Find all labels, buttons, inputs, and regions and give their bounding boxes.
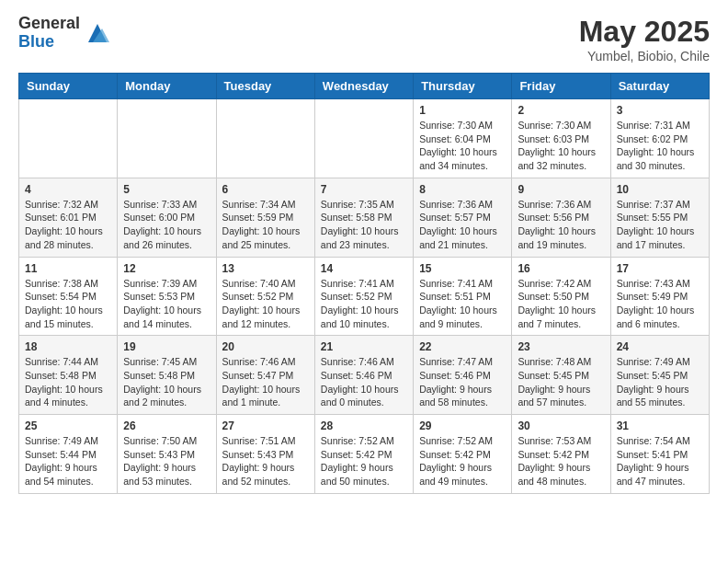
- day-number: 18: [25, 340, 111, 353]
- day-info: Sunrise: 7:54 AM Sunset: 5:41 PM Dayligh…: [617, 434, 703, 488]
- calendar-cell: [314, 99, 413, 178]
- calendar-cell: 20Sunrise: 7:46 AM Sunset: 5:47 PM Dayli…: [216, 336, 314, 415]
- day-number: 6: [222, 183, 309, 196]
- day-info: Sunrise: 7:38 AM Sunset: 5:54 PM Dayligh…: [25, 277, 111, 331]
- calendar-cell: 30Sunrise: 7:53 AM Sunset: 5:42 PM Dayli…: [512, 415, 610, 494]
- day-number: 4: [25, 183, 111, 196]
- day-info: Sunrise: 7:30 AM Sunset: 6:04 PM Dayligh…: [419, 119, 506, 173]
- day-number: 27: [222, 419, 309, 432]
- calendar-cell: 13Sunrise: 7:40 AM Sunset: 5:52 PM Dayli…: [216, 257, 314, 336]
- calendar-cell: 17Sunrise: 7:43 AM Sunset: 5:49 PM Dayli…: [610, 257, 709, 336]
- day-number: 19: [123, 340, 210, 353]
- day-info: Sunrise: 7:30 AM Sunset: 6:03 PM Dayligh…: [518, 119, 604, 173]
- day-info: Sunrise: 7:48 AM Sunset: 5:45 PM Dayligh…: [518, 355, 604, 409]
- title-area: May 2025 Yumbel, Biobio, Chile: [579, 15, 710, 63]
- day-number: 25: [25, 419, 111, 432]
- day-info: Sunrise: 7:40 AM Sunset: 5:52 PM Dayligh…: [222, 277, 309, 331]
- day-number: 7: [321, 183, 407, 196]
- weekday-header: Friday: [512, 74, 610, 99]
- day-number: 20: [222, 340, 309, 353]
- calendar-cell: 3Sunrise: 7:31 AM Sunset: 6:02 PM Daylig…: [610, 99, 709, 178]
- calendar-week-row: 25Sunrise: 7:49 AM Sunset: 5:44 PM Dayli…: [19, 415, 710, 494]
- day-number: 30: [518, 419, 604, 432]
- calendar-cell: 19Sunrise: 7:45 AM Sunset: 5:48 PM Dayli…: [118, 336, 216, 415]
- day-info: Sunrise: 7:52 AM Sunset: 5:42 PM Dayligh…: [419, 434, 506, 488]
- day-number: 15: [419, 262, 506, 275]
- day-info: Sunrise: 7:36 AM Sunset: 5:56 PM Dayligh…: [518, 198, 604, 252]
- day-info: Sunrise: 7:41 AM Sunset: 5:52 PM Dayligh…: [321, 277, 407, 331]
- calendar-cell: 23Sunrise: 7:48 AM Sunset: 5:45 PM Dayli…: [512, 336, 610, 415]
- logo-text: General Blue: [18, 15, 80, 52]
- weekday-header: Wednesday: [314, 74, 413, 99]
- calendar-cell: 5Sunrise: 7:33 AM Sunset: 6:00 PM Daylig…: [118, 178, 216, 257]
- day-info: Sunrise: 7:53 AM Sunset: 5:42 PM Dayligh…: [518, 434, 604, 488]
- day-number: 2: [518, 104, 604, 117]
- day-number: 8: [419, 183, 506, 196]
- main-title: May 2025: [579, 15, 710, 49]
- day-info: Sunrise: 7:44 AM Sunset: 5:48 PM Dayligh…: [25, 355, 111, 409]
- calendar-cell: 12Sunrise: 7:39 AM Sunset: 5:53 PM Dayli…: [118, 257, 216, 336]
- day-info: Sunrise: 7:45 AM Sunset: 5:48 PM Dayligh…: [123, 355, 210, 409]
- day-info: Sunrise: 7:42 AM Sunset: 5:50 PM Dayligh…: [518, 277, 604, 331]
- day-number: 26: [123, 419, 210, 432]
- day-number: 9: [518, 183, 604, 196]
- day-info: Sunrise: 7:50 AM Sunset: 5:43 PM Dayligh…: [123, 434, 210, 488]
- day-number: 24: [617, 340, 703, 353]
- calendar-cell: 9Sunrise: 7:36 AM Sunset: 5:56 PM Daylig…: [512, 178, 610, 257]
- day-number: 12: [123, 262, 210, 275]
- day-info: Sunrise: 7:49 AM Sunset: 5:45 PM Dayligh…: [617, 355, 703, 409]
- calendar-cell: 14Sunrise: 7:41 AM Sunset: 5:52 PM Dayli…: [314, 257, 413, 336]
- day-info: Sunrise: 7:32 AM Sunset: 6:01 PM Dayligh…: [25, 198, 111, 252]
- day-info: Sunrise: 7:36 AM Sunset: 5:57 PM Dayligh…: [419, 198, 506, 252]
- calendar-cell: 24Sunrise: 7:49 AM Sunset: 5:45 PM Dayli…: [610, 336, 709, 415]
- day-info: Sunrise: 7:31 AM Sunset: 6:02 PM Dayligh…: [617, 119, 703, 173]
- day-number: 22: [419, 340, 506, 353]
- calendar-cell: [216, 99, 314, 178]
- weekday-header: Monday: [118, 74, 216, 99]
- day-number: 14: [321, 262, 407, 275]
- calendar-table: SundayMondayTuesdayWednesdayThursdayFrid…: [18, 73, 710, 494]
- day-number: 17: [617, 262, 703, 275]
- calendar-cell: 16Sunrise: 7:42 AM Sunset: 5:50 PM Dayli…: [512, 257, 610, 336]
- calendar-week-row: 18Sunrise: 7:44 AM Sunset: 5:48 PM Dayli…: [19, 336, 710, 415]
- day-number: 1: [419, 104, 506, 117]
- calendar-cell: 2Sunrise: 7:30 AM Sunset: 6:03 PM Daylig…: [512, 99, 610, 178]
- day-info: Sunrise: 7:37 AM Sunset: 5:55 PM Dayligh…: [617, 198, 703, 252]
- logo-icon: [84, 19, 111, 47]
- calendar-cell: 8Sunrise: 7:36 AM Sunset: 5:57 PM Daylig…: [414, 178, 512, 257]
- day-number: 23: [518, 340, 604, 353]
- day-info: Sunrise: 7:46 AM Sunset: 5:46 PM Dayligh…: [321, 355, 407, 409]
- logo-blue: Blue: [18, 33, 80, 52]
- calendar-week-row: 11Sunrise: 7:38 AM Sunset: 5:54 PM Dayli…: [19, 257, 710, 336]
- calendar-cell: 28Sunrise: 7:52 AM Sunset: 5:42 PM Dayli…: [314, 415, 413, 494]
- day-info: Sunrise: 7:33 AM Sunset: 6:00 PM Dayligh…: [123, 198, 210, 252]
- header: General Blue May 2025 Yumbel, Biobio, Ch…: [18, 15, 710, 63]
- day-info: Sunrise: 7:34 AM Sunset: 5:59 PM Dayligh…: [222, 198, 309, 252]
- weekday-header: Saturday: [610, 74, 709, 99]
- calendar-cell: 22Sunrise: 7:47 AM Sunset: 5:46 PM Dayli…: [414, 336, 512, 415]
- day-number: 10: [617, 183, 703, 196]
- day-number: 29: [419, 419, 506, 432]
- day-number: 21: [321, 340, 407, 353]
- calendar-week-row: 1Sunrise: 7:30 AM Sunset: 6:04 PM Daylig…: [19, 99, 710, 178]
- calendar-cell: 25Sunrise: 7:49 AM Sunset: 5:44 PM Dayli…: [19, 415, 118, 494]
- day-info: Sunrise: 7:39 AM Sunset: 5:53 PM Dayligh…: [123, 277, 210, 331]
- calendar-cell: 1Sunrise: 7:30 AM Sunset: 6:04 PM Daylig…: [414, 99, 512, 178]
- weekday-header: Tuesday: [216, 74, 314, 99]
- day-number: 16: [518, 262, 604, 275]
- calendar-cell: 6Sunrise: 7:34 AM Sunset: 5:59 PM Daylig…: [216, 178, 314, 257]
- day-info: Sunrise: 7:49 AM Sunset: 5:44 PM Dayligh…: [25, 434, 111, 488]
- day-info: Sunrise: 7:46 AM Sunset: 5:47 PM Dayligh…: [222, 355, 309, 409]
- logo-general: General: [18, 15, 80, 33]
- calendar-cell: 27Sunrise: 7:51 AM Sunset: 5:43 PM Dayli…: [216, 415, 314, 494]
- calendar-cell: 7Sunrise: 7:35 AM Sunset: 5:58 PM Daylig…: [314, 178, 413, 257]
- day-info: Sunrise: 7:52 AM Sunset: 5:42 PM Dayligh…: [321, 434, 407, 488]
- day-info: Sunrise: 7:35 AM Sunset: 5:58 PM Dayligh…: [321, 198, 407, 252]
- calendar-cell: 29Sunrise: 7:52 AM Sunset: 5:42 PM Dayli…: [414, 415, 512, 494]
- calendar-cell: 26Sunrise: 7:50 AM Sunset: 5:43 PM Dayli…: [118, 415, 216, 494]
- day-number: 5: [123, 183, 210, 196]
- page: General Blue May 2025 Yumbel, Biobio, Ch…: [0, 0, 728, 512]
- day-number: 3: [617, 104, 703, 117]
- calendar-cell: 31Sunrise: 7:54 AM Sunset: 5:41 PM Dayli…: [610, 415, 709, 494]
- logo: General Blue: [18, 15, 111, 52]
